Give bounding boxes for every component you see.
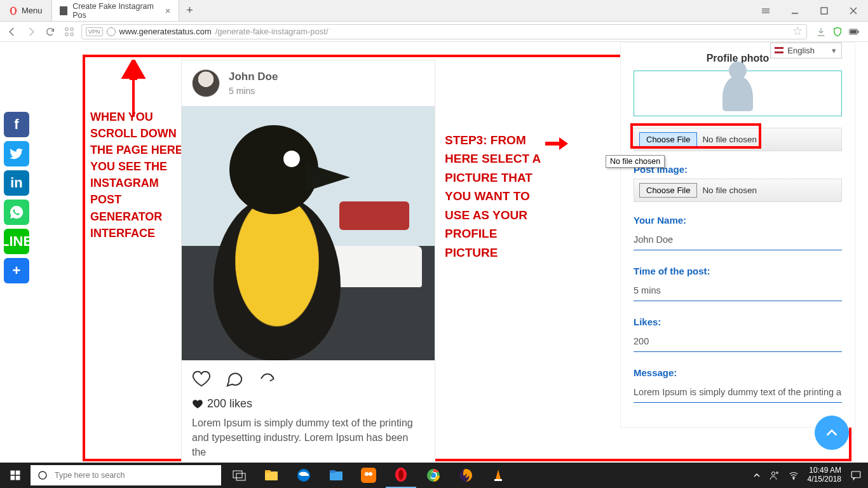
ig-avatar (192, 69, 220, 97)
windows-taskbar: Type here to search 10:49 AM 4/15/2018 (0, 463, 868, 488)
taskbar-apps (224, 463, 513, 488)
browser-tab[interactable]: Create Fake Instagram Pos × (52, 0, 179, 21)
taskbar-vlc[interactable] (483, 463, 513, 488)
address-bar: VPN www.generatestatus.com/generate-fake… (0, 22, 868, 42)
people-icon[interactable] (770, 470, 780, 480)
speed-dial-button[interactable] (62, 25, 76, 39)
svg-point-26 (398, 470, 403, 480)
heart-icon[interactable] (192, 369, 211, 388)
bookmark-icon[interactable] (792, 25, 803, 37)
taskbar-edge[interactable] (288, 463, 319, 488)
svg-rect-21 (330, 470, 336, 473)
download-icon[interactable] (816, 27, 826, 37)
globe-icon (107, 27, 116, 36)
taskbar-file-explorer[interactable] (321, 463, 351, 488)
tab-close-icon[interactable]: × (165, 5, 171, 16)
post-choose-file-button[interactable]: Choose File (639, 183, 697, 198)
opera-icon (9, 6, 18, 15)
language-selector[interactable]: English (770, 43, 842, 58)
likes-input[interactable] (634, 331, 842, 352)
browser-titlebar: Menu Create Fake Instagram Pos × + (0, 0, 868, 22)
battery-saver-icon[interactable] (849, 27, 859, 37)
svg-rect-4 (71, 28, 73, 30)
share-linkedin[interactable]: in (4, 170, 29, 196)
post-image-file-row: Choose File No file chosen (634, 179, 842, 202)
message-input[interactable] (634, 382, 842, 403)
tab-favicon (60, 6, 68, 15)
url-path: /generate-fake-instagram-post/ (215, 27, 329, 36)
social-share-bar: f in LINE + (4, 112, 31, 283)
window-minimize[interactable] (780, 0, 810, 21)
taskbar-chrome[interactable] (418, 463, 449, 488)
svg-rect-35 (851, 471, 860, 478)
url-domain: www.generatestatus.com (119, 27, 212, 36)
url-box[interactable]: VPN www.generatestatus.com/generate-fake… (81, 24, 807, 39)
svg-point-24 (369, 472, 372, 476)
systray-chevron-up-icon[interactable] (753, 471, 761, 479)
adblock-shield-icon[interactable] (832, 27, 843, 37)
ig-caption: Lorem Ipsum is simply dummy text of the … (182, 416, 435, 470)
taskbar-firefox[interactable] (451, 463, 481, 488)
page-content: f in LINE + WHEN YOU SCROLL DOWN THE PAG… (0, 42, 868, 463)
likes-label: Likes: (634, 316, 842, 327)
svg-rect-20 (330, 471, 342, 480)
ig-username: John Doe (229, 71, 278, 83)
wifi-icon[interactable] (789, 470, 799, 480)
taskbar-search[interactable]: Type here to search (31, 465, 221, 485)
svg-rect-13 (16, 476, 20, 480)
window-maximize[interactable] (810, 0, 839, 21)
your-name-input[interactable] (634, 229, 842, 250)
svg-rect-22 (361, 468, 376, 483)
ig-likes: 200 likes (182, 397, 435, 416)
instagram-preview: John Doe 5 mins 200 likes Lorem Ips (181, 60, 435, 471)
search-placeholder: Type here to search (55, 471, 125, 480)
share-icon[interactable] (258, 369, 277, 388)
forward-button[interactable] (24, 25, 38, 39)
taskbar-uc[interactable] (353, 463, 384, 488)
share-more[interactable]: + (4, 258, 29, 283)
start-button[interactable] (0, 470, 31, 481)
annotation-left-text: WHEN YOU SCROLL DOWN THE PAGE HERE YOU S… (90, 109, 186, 241)
svg-point-33 (776, 472, 778, 474)
chevron-up-icon (825, 426, 839, 440)
annotation-arrow-right (545, 136, 568, 154)
svg-point-34 (793, 478, 794, 479)
taskbar-explorer[interactable] (256, 463, 287, 488)
reload-button[interactable] (43, 25, 57, 39)
taskbar-systray: 10:49 AM 4/15/2018 (747, 466, 868, 484)
page-body: WHEN YOU SCROLL DOWN THE PAGE HERE YOU S… (83, 42, 868, 463)
svg-point-1 (11, 8, 15, 14)
time-input[interactable] (634, 280, 842, 301)
window-close[interactable] (839, 0, 868, 21)
back-button[interactable] (5, 25, 19, 39)
svg-rect-31 (494, 479, 502, 481)
annotation-right-text: STEP3: FROM HERE SELECT A PICTURE THAT Y… (445, 131, 546, 262)
svg-rect-10 (11, 471, 15, 475)
profile-choose-file-button[interactable]: Choose File (639, 132, 697, 147)
svg-point-23 (365, 472, 369, 476)
window-controls (751, 0, 868, 21)
comment-icon[interactable] (225, 369, 244, 388)
action-center-icon[interactable] (850, 470, 862, 481)
share-twitter[interactable] (4, 141, 29, 166)
ig-post-image (182, 106, 435, 360)
share-facebook[interactable]: f (4, 112, 29, 137)
scroll-to-top-button[interactable] (815, 416, 849, 450)
share-whatsapp[interactable] (4, 200, 29, 225)
vpn-badge[interactable]: VPN (86, 27, 103, 36)
svg-rect-9 (858, 30, 858, 33)
taskbar-opera[interactable] (386, 463, 416, 488)
ig-time: 5 mins (229, 86, 278, 96)
task-view-button[interactable] (224, 463, 254, 488)
taskbar-clock[interactable]: 10:49 AM 4/15/2018 (808, 466, 841, 484)
tab-title: Create Fake Instagram Pos (72, 2, 160, 20)
silhouette-icon (722, 76, 753, 111)
ig-actions (182, 360, 435, 397)
file-tooltip: No file chosen (606, 155, 665, 168)
your-name-label: Your Name: (634, 215, 842, 226)
svg-rect-6 (71, 33, 73, 36)
opera-menu-button[interactable]: Menu (0, 0, 52, 21)
new-tab-button[interactable]: + (179, 0, 201, 21)
window-tabs-icon[interactable] (751, 0, 780, 21)
share-line[interactable]: LINE (4, 229, 29, 254)
